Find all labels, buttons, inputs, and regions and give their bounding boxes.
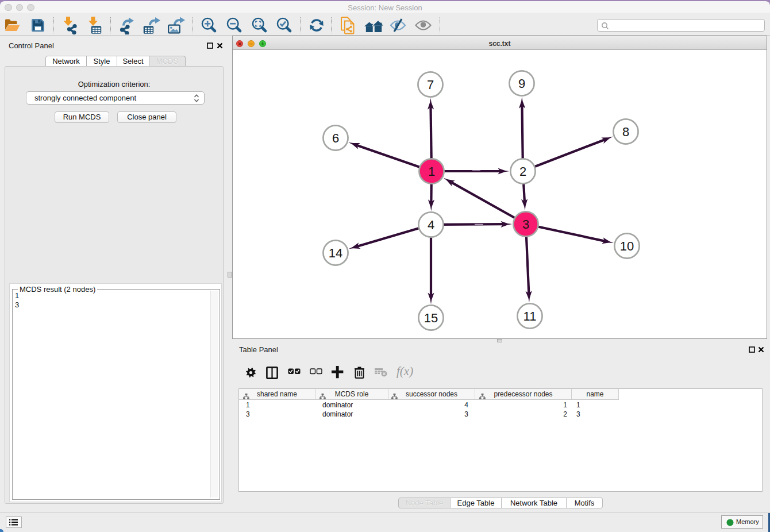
- svg-text:4: 4: [428, 218, 434, 232]
- svg-text:2: 2: [519, 164, 526, 179]
- svg-text:14: 14: [329, 246, 342, 260]
- svg-text:9: 9: [518, 76, 525, 91]
- svg-text:3: 3: [522, 217, 529, 232]
- svg-text:1: 1: [428, 164, 435, 179]
- svg-text:15: 15: [424, 311, 438, 325]
- svg-text:11: 11: [523, 309, 537, 323]
- svg-text:8: 8: [622, 125, 629, 139]
- svg-text:10: 10: [620, 239, 634, 253]
- svg-text:7: 7: [427, 78, 434, 92]
- svg-text:6: 6: [332, 131, 339, 145]
